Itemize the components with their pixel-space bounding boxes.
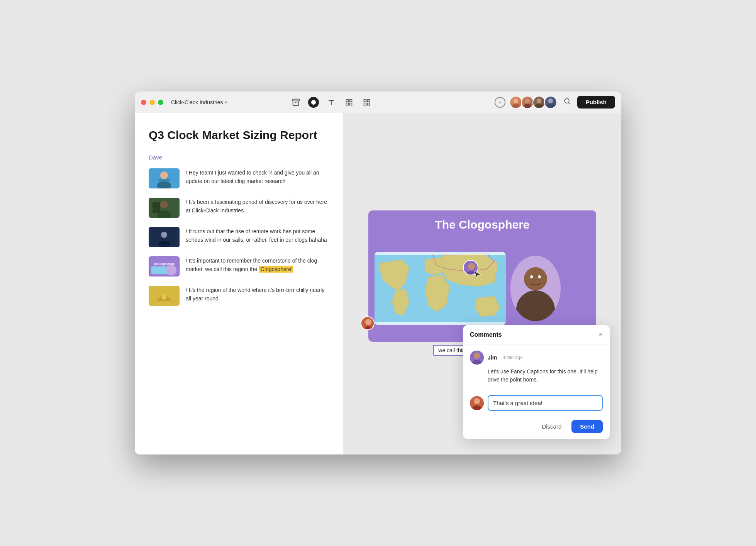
reply-avatar: [470, 396, 484, 410]
entry-thumb-3[interactable]: [149, 227, 180, 247]
svg-rect-0: [292, 99, 299, 101]
svg-rect-22: [158, 179, 170, 181]
entry-thumb-2[interactable]: [149, 198, 180, 218]
publish-button[interactable]: Publish: [577, 96, 615, 109]
svg-point-50: [474, 353, 480, 359]
svg-point-15: [548, 98, 553, 103]
comment-meta: Jim 9 min ago: [470, 351, 603, 365]
entry-text-3: / It turns out that the rise of remote w…: [186, 227, 329, 244]
entry-text-5: / It's the region of the world where it'…: [186, 286, 329, 303]
close-window-button[interactable]: [141, 100, 146, 105]
maximize-window-button[interactable]: [158, 100, 163, 105]
entry-thumb-4[interactable]: The Clogosphere: [149, 256, 180, 276]
script-entry-4: The Clogosphere / It's important to reme…: [149, 256, 329, 276]
comment-item-1: Jim 9 min ago Let's use Fancy Captions f…: [463, 344, 610, 390]
comment-time: 9 min ago: [502, 355, 523, 360]
svg-point-20: [160, 171, 168, 179]
svg-point-45: [538, 275, 541, 278]
comments-actions: Discard Send: [463, 417, 610, 439]
close-comments-button[interactable]: ×: [598, 331, 603, 339]
svg-point-9: [514, 98, 518, 103]
slide[interactable]: The Clogosphere: [368, 210, 596, 342]
avatar-2: [521, 96, 534, 109]
search-button[interactable]: [561, 96, 573, 109]
svg-point-36: [162, 295, 166, 300]
svg-line-18: [569, 103, 571, 105]
script-entry-3: / It turns out that the rise of remote w…: [149, 227, 329, 247]
send-button[interactable]: Send: [571, 420, 603, 433]
minimize-window-button[interactable]: [149, 100, 155, 105]
add-collaborator-button[interactable]: +: [495, 97, 505, 108]
comments-title: Comments: [470, 331, 502, 338]
svg-rect-8: [364, 103, 366, 105]
entry-text-2: / It's been a fascinating period of disc…: [186, 198, 329, 215]
comment-author: Jim: [488, 354, 497, 361]
grid-icon[interactable]: [361, 97, 372, 108]
svg-point-16: [546, 103, 554, 109]
caption-text-before: we call this: [438, 347, 464, 353]
entry-text-1: / Hey team! I just wanted to check in an…: [186, 168, 329, 186]
toolbar-right: +: [495, 96, 615, 109]
entry-thumb-1[interactable]: [149, 168, 180, 188]
svg-point-34: [166, 265, 177, 275]
svg-rect-7: [368, 103, 370, 105]
slide-title: The Clogosphere: [368, 210, 596, 235]
reply-area: [463, 390, 610, 417]
svg-point-17: [564, 98, 569, 103]
slide-map: [375, 252, 506, 325]
titlebar: Click-Clack Industries ▾: [135, 92, 621, 113]
text-icon[interactable]: [326, 97, 337, 108]
floating-avatar-2: [361, 316, 375, 330]
svg-point-28: [161, 232, 167, 238]
svg-point-12: [523, 103, 531, 109]
window-controls: [141, 100, 163, 105]
avatar-3: [532, 96, 546, 109]
entry-thumb-5[interactable]: [149, 286, 180, 306]
svg-point-2: [311, 100, 316, 105]
slide-portrait: [510, 256, 561, 321]
svg-point-14: [535, 103, 543, 109]
comments-panel: Comments × Jim 9 min ago: [463, 325, 610, 439]
app-title[interactable]: Click-Clack Industries ▾: [171, 99, 227, 105]
svg-point-42: [524, 267, 547, 290]
script-entry-1: / Hey team! I just wanted to check in an…: [149, 168, 329, 188]
svg-point-53: [474, 398, 480, 404]
slide-container: The Clogosphere: [368, 210, 596, 342]
svg-rect-5: [364, 99, 366, 102]
highlight-clogosphere: 'Clogosphere': [259, 266, 293, 273]
entry-text-4: / It's important to remember the corners…: [186, 256, 329, 274]
canvas-panel[interactable]: The Clogosphere: [343, 113, 621, 454]
svg-point-24: [160, 201, 168, 209]
svg-rect-6: [368, 99, 370, 102]
comment-avatar-jim: [470, 351, 484, 365]
svg-point-47: [365, 319, 371, 325]
script-entry-2: / It's been a fascinating period of disc…: [149, 198, 329, 218]
doc-title: Q3 Clock Market Sizing Report: [149, 129, 329, 142]
toolbar-center: [290, 97, 372, 108]
author-name: Dave: [149, 154, 329, 161]
archive-icon[interactable]: [290, 97, 301, 108]
script-panel: Q3 Clock Market Sizing Report Dave / Hey…: [135, 113, 343, 454]
discard-button[interactable]: Discard: [536, 420, 568, 433]
svg-point-11: [525, 98, 530, 103]
main-content: Q3 Clock Market Sizing Report Dave / Hey…: [135, 113, 621, 454]
avatar-4: [544, 96, 557, 109]
svg-rect-26: [153, 202, 160, 213]
app-window: Click-Clack Industries ▾: [135, 92, 621, 454]
collaborator-avatars: [509, 96, 557, 109]
cursor-area: [463, 260, 478, 275]
comments-header: Comments ×: [463, 325, 610, 344]
svg-point-13: [537, 98, 541, 103]
svg-point-38: [468, 263, 475, 270]
avatar-1: [509, 96, 522, 109]
script-entry-5: / It's the region of the world where it'…: [149, 286, 329, 306]
record-icon[interactable]: [308, 97, 319, 108]
cursor-arrow: [474, 271, 481, 279]
svg-point-10: [512, 103, 520, 109]
chevron-down-icon: ▾: [225, 100, 227, 105]
reply-input[interactable]: [488, 395, 603, 411]
svg-point-44: [530, 275, 533, 278]
shape-icon[interactable]: [344, 97, 354, 108]
comment-text: Let's use Fancy Captions for this one. I…: [488, 368, 603, 384]
